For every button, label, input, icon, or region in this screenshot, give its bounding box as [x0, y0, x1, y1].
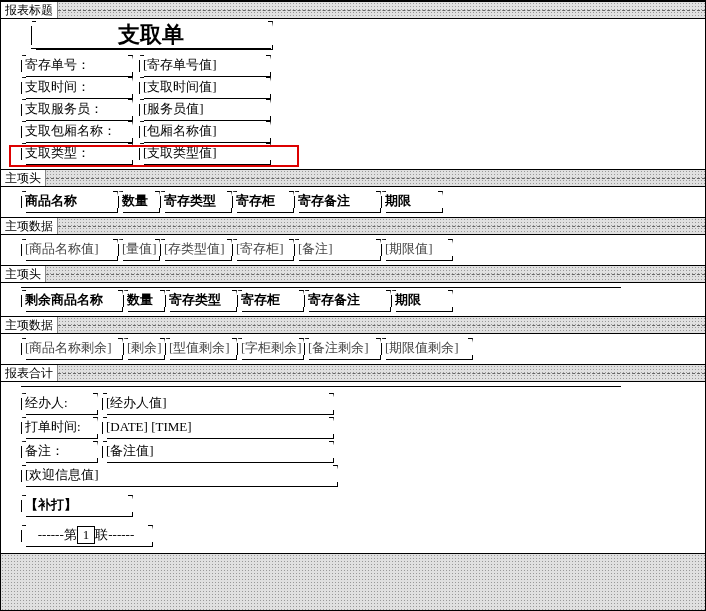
cell2-remark[interactable]: [备注剩余]: [304, 338, 379, 358]
report-header-area: 支取单 寄存单号： [寄存单号值] 支取时间： [支取时间值] 支取服务员： […: [1, 19, 705, 169]
value-withdraw-time[interactable]: [支取时间值]: [139, 77, 269, 97]
cell-cabinet[interactable]: [寄存柜]: [232, 239, 292, 259]
label-deposit-no: 寄存单号：: [21, 55, 131, 75]
col-type: 寄存类型: [160, 191, 230, 211]
col-qty: 数量: [118, 191, 158, 211]
value-print-time[interactable]: [DATE] [TIME]: [102, 417, 332, 437]
value-box[interactable]: [包厢名称值]: [139, 121, 269, 141]
band-detail-1: 主项数据: [1, 218, 58, 234]
page-prefix: ------第: [38, 526, 77, 544]
label-type: 支取类型：: [21, 143, 131, 163]
label-staff: 支取服务员：: [21, 99, 131, 119]
band-detail-2: 主项数据: [1, 317, 58, 333]
label-footer-remark: 备注：: [21, 441, 96, 461]
cell2-qty[interactable]: [剩余]: [123, 338, 163, 358]
label-box: 支取包厢名称：: [21, 121, 131, 141]
report-title: 支取单: [31, 21, 271, 49]
value-deposit-no[interactable]: [寄存单号值]: [139, 55, 269, 75]
col-limit: 期限: [381, 191, 441, 211]
cell2-type[interactable]: [型值剩余]: [165, 338, 235, 358]
cell-qty[interactable]: [量值]: [118, 239, 158, 259]
cell-type[interactable]: [存类型值]: [160, 239, 230, 259]
page-suffix: 联------: [95, 526, 134, 544]
col2-cabinet: 寄存柜: [237, 290, 302, 310]
cell2-cabinet[interactable]: [字柜剩余]: [237, 338, 302, 358]
bottom-dead-area: [1, 553, 705, 611]
band-report-title: 报表标题: [1, 2, 58, 18]
cell2-limit[interactable]: [期限值剩余]: [381, 338, 471, 358]
band-header-1: 主项头: [1, 170, 46, 186]
col2-qty: 数量: [123, 290, 163, 310]
value-type[interactable]: [支取类型值]: [139, 143, 269, 163]
cell-limit[interactable]: [期限值]: [381, 239, 451, 259]
value-staff[interactable]: [服务员值]: [139, 99, 269, 119]
cell-name[interactable]: [商品名称值]: [21, 239, 116, 259]
cell-remark[interactable]: [备注]: [294, 239, 379, 259]
col2-remark: 寄存备注: [304, 290, 389, 310]
col2-name: 剩余商品名称: [21, 290, 121, 310]
col2-type: 寄存类型: [165, 290, 235, 310]
reprint-tag: 【补打】: [21, 495, 131, 515]
label-withdraw-time: 支取时间：: [21, 77, 131, 97]
page-indicator: ------第 1 联------: [21, 525, 151, 545]
band-header-2: 主项头: [1, 266, 46, 282]
band-footer: 报表合计: [1, 365, 58, 381]
value-welcome[interactable]: [欢迎信息值]: [21, 465, 336, 485]
label-print-time: 打单时间:: [21, 417, 96, 437]
value-footer-remark[interactable]: [备注值]: [102, 441, 332, 461]
col2-limit: 期限: [391, 290, 451, 310]
value-operator[interactable]: [经办人值]: [102, 393, 332, 413]
cell2-name[interactable]: [商品名称剩余]: [21, 338, 121, 358]
page-number: 1: [77, 526, 96, 544]
col-name: 商品名称: [21, 191, 116, 211]
col-cabinet: 寄存柜: [232, 191, 292, 211]
col-remark: 寄存备注: [294, 191, 379, 211]
label-operator: 经办人:: [21, 393, 96, 413]
